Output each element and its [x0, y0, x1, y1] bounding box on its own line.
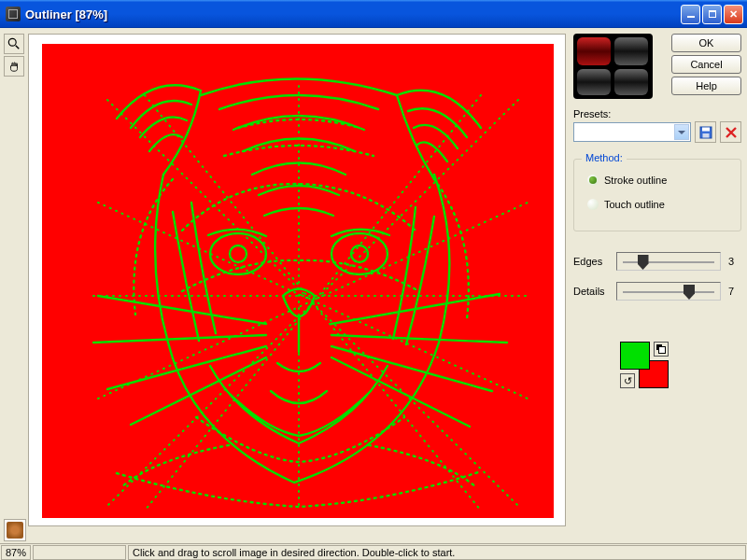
- close-button[interactable]: ✕: [724, 5, 743, 24]
- status-zoom: 87%: [1, 545, 31, 560]
- touch-outline-radio[interactable]: Touch outline: [587, 199, 665, 210]
- thumbnail-icon: [7, 522, 23, 539]
- tool-column: [4, 34, 24, 78]
- window-title: Outliner [87%]: [25, 7, 681, 21]
- slider-thumb[interactable]: [638, 255, 649, 270]
- maximize-button[interactable]: [702, 5, 722, 24]
- method-legend: Method:: [582, 152, 627, 163]
- presets-combo[interactable]: [573, 122, 691, 142]
- swap-colors-button[interactable]: ↺: [620, 373, 635, 388]
- status-hint: Click and drag to scroll image in desire…: [128, 545, 746, 560]
- ok-button[interactable]: OK: [671, 34, 741, 52]
- cancel-button[interactable]: Cancel: [671, 55, 741, 74]
- svg-point-0: [8, 38, 16, 46]
- edges-label: Edges: [573, 256, 609, 267]
- preview-image: [42, 44, 554, 518]
- pan-tool[interactable]: [4, 56, 24, 77]
- touch-outline-label: Touch outline: [604, 199, 665, 210]
- presets-label: Presets:: [573, 108, 611, 119]
- radio-icon: [587, 199, 599, 210]
- help-button[interactable]: Help: [671, 77, 741, 95]
- stroke-outline-radio[interactable]: Stroke outline: [587, 175, 667, 186]
- x-icon: [726, 127, 737, 138]
- slider-thumb[interactable]: [684, 285, 695, 300]
- hand-icon: [7, 60, 21, 73]
- original-thumbnail-button[interactable]: [4, 519, 26, 541]
- reset-colors-button[interactable]: [654, 342, 669, 357]
- delete-preset-button[interactable]: [720, 121, 741, 143]
- status-progress: [33, 545, 126, 560]
- edges-value: 3: [728, 256, 741, 267]
- chevron-down-icon[interactable]: [674, 124, 689, 140]
- details-slider[interactable]: [616, 282, 721, 301]
- foreground-color[interactable]: [620, 342, 650, 370]
- plugin-logo: [573, 34, 653, 99]
- details-value: 7: [728, 286, 741, 297]
- title-bar: Outliner [87%] ✕: [0, 0, 747, 28]
- minimize-button[interactable]: [681, 5, 700, 24]
- app-icon: [6, 7, 21, 21]
- preview-panel[interactable]: [28, 34, 566, 526]
- radio-icon: [587, 175, 599, 186]
- svg-rect-8: [702, 133, 709, 138]
- details-label: Details: [573, 286, 609, 297]
- method-group: Method: Stroke outline Touch outline: [573, 159, 741, 231]
- edges-slider[interactable]: [616, 252, 721, 271]
- save-preset-button[interactable]: [695, 121, 716, 143]
- svg-point-4: [230, 245, 247, 262]
- color-swatches: ↺: [611, 342, 704, 401]
- svg-line-1: [16, 46, 20, 49]
- zoom-tool[interactable]: [4, 34, 24, 54]
- stroke-outline-label: Stroke outline: [604, 175, 667, 186]
- status-bar: 87% Click and drag to scroll image in de…: [0, 543, 747, 560]
- magnifier-icon: [7, 37, 21, 50]
- svg-rect-7: [702, 127, 710, 131]
- floppy-icon: [699, 126, 712, 139]
